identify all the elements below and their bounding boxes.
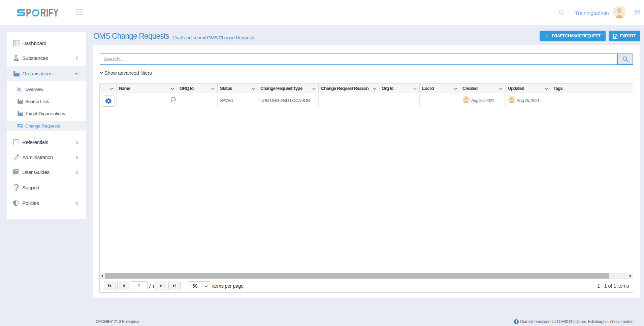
svg-text:x: x [614, 35, 616, 38]
